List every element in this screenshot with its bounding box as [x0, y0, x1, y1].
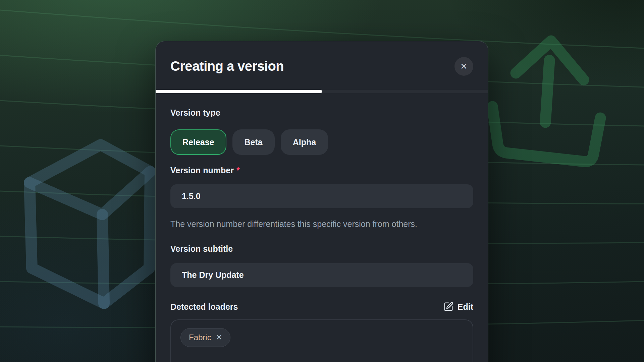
progress-bar: [156, 90, 488, 93]
close-icon: ✕: [460, 62, 468, 71]
edit-loaders-button[interactable]: Edit: [443, 302, 473, 312]
modal-body: Version type ReleaseBetaAlpha Version nu…: [156, 108, 488, 362]
version-type-option-release[interactable]: Release: [170, 129, 226, 155]
remove-loader-icon[interactable]: ✕: [216, 334, 222, 341]
version-type-option-alpha[interactable]: Alpha: [281, 129, 328, 155]
cube-icon: [30, 145, 150, 303]
version-number-help: The version number differentiates this s…: [170, 217, 439, 231]
loader-chip-fabric[interactable]: Fabric✕: [180, 328, 230, 347]
modal-title: Creating a version: [170, 58, 284, 74]
modal-header: Creating a version ✕: [156, 41, 488, 90]
close-button[interactable]: ✕: [454, 57, 473, 76]
version-number-label-text: Version number: [170, 166, 234, 175]
required-asterisk: *: [236, 166, 240, 175]
version-number-label: Version number*: [170, 165, 473, 175]
loader-chip-list: Fabric✕: [170, 319, 473, 362]
edit-label: Edit: [458, 302, 473, 312]
loader-chip-label: Fabric: [189, 334, 211, 342]
detected-loaders-row: Detected loaders Edit: [170, 302, 473, 312]
edit-icon: [443, 302, 453, 312]
page-background: Creating a version ✕ Version type Releas…: [0, 0, 644, 362]
upload-arrow-icon: [492, 41, 600, 162]
progress-fill: [156, 90, 322, 93]
version-number-input[interactable]: [170, 184, 473, 208]
version-subtitle-label: Version subtitle: [170, 244, 473, 254]
version-type-options: ReleaseBetaAlpha: [170, 129, 473, 155]
version-subtitle-input[interactable]: [170, 263, 473, 287]
create-version-modal: Creating a version ✕ Version type Releas…: [155, 41, 488, 362]
detected-loaders-label: Detected loaders: [170, 302, 238, 312]
version-type-label: Version type: [170, 108, 473, 118]
version-type-option-beta[interactable]: Beta: [232, 129, 275, 155]
